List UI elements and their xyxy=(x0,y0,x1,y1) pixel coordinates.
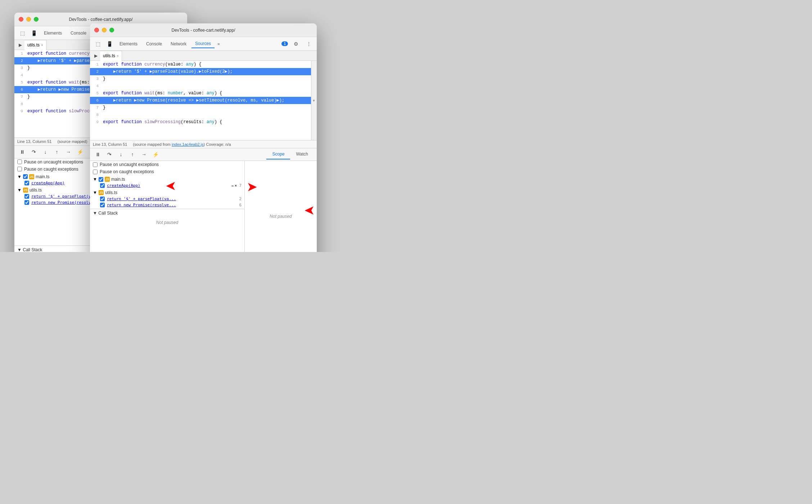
red-arrow-front-2: ➤ xyxy=(247,179,257,194)
callstack-front: ▼ Call Stack Not paused xyxy=(90,209,244,228)
code-area-front: 1 export function currency(value: any) {… xyxy=(90,61,311,140)
tab-elements-front[interactable]: Elements xyxy=(116,40,141,48)
close-button-front[interactable] xyxy=(94,28,99,32)
callstack-header-front[interactable]: ▼ Call Stack xyxy=(90,209,244,217)
front-code-line-5: 5 export function wait(ms: number, value… xyxy=(90,90,311,97)
tab-right-icons-front: 1 ⚙ ⋮ xyxy=(281,39,314,49)
utils-ts-bp2-line-front: 6 xyxy=(239,203,242,207)
scope-tabs-front: Scope Watch xyxy=(266,149,314,159)
pause-btn-back[interactable]: ⏸ xyxy=(17,147,27,157)
uncaught-label-front: Pause on uncaught exceptions xyxy=(100,162,159,167)
caught-checkbox-front[interactable] xyxy=(93,170,98,174)
main-ts-bp1-checkbox-back[interactable] xyxy=(24,181,29,185)
scroll-indicator[interactable]: ▼ xyxy=(311,61,317,140)
step-into-btn-back[interactable]: ↓ xyxy=(40,147,50,157)
utils-ts-icon-back: JS xyxy=(23,188,28,193)
bp-item-actions-front: ✏ × xyxy=(231,183,237,188)
caught-label-back: Pause on caught exceptions xyxy=(24,167,78,172)
nav-back-btn-front[interactable]: ▶ xyxy=(91,51,100,60)
code-panel-split: 1 export function currency(value: any) {… xyxy=(90,61,317,140)
caught-label-front: Pause on caught exceptions xyxy=(100,169,154,174)
more-options-icon[interactable]: ⋮ xyxy=(304,39,314,49)
step-out-btn-back[interactable]: ↑ xyxy=(52,147,62,157)
settings-icon[interactable]: ⚙ xyxy=(291,39,301,49)
source-file-link[interactable]: index.1ac4eab2.js xyxy=(172,142,204,147)
file-tab-close-back[interactable]: × xyxy=(41,43,43,47)
minimize-button-back[interactable] xyxy=(26,17,31,22)
cursor-position-front: Line 13, Column 51 xyxy=(93,142,127,147)
continue-btn-back[interactable]: → xyxy=(63,147,73,157)
scope-tab-scope[interactable]: Scope xyxy=(266,149,290,159)
front-code-line-4: 4 xyxy=(90,82,311,90)
file-tab-front[interactable]: utils.ts × xyxy=(100,51,122,61)
tab-elements-back[interactable]: Elements xyxy=(40,29,66,37)
window-title-front: DevTools - coffee-cart.netlify.app/ xyxy=(172,28,235,33)
source-tabbar-front: ▶ utils.ts × xyxy=(90,51,317,61)
uncaught-checkbox-front[interactable] xyxy=(93,162,98,167)
main-ts-bp1-checkbox-front[interactable] xyxy=(100,183,105,188)
debug-toolbar-front: ⏸ ↷ ↓ ↑ → ⚡ Scope Watch xyxy=(90,148,317,161)
file-tab-close-front[interactable]: × xyxy=(117,54,119,58)
step-over-btn-front[interactable]: ↷ xyxy=(104,149,114,159)
edit-bp-icon[interactable]: ✏ xyxy=(231,183,234,188)
minimize-button-front[interactable] xyxy=(102,28,107,32)
red-arrow-front-1: ➤ xyxy=(304,203,315,218)
cursor-icon[interactable]: ⬚ xyxy=(17,28,27,38)
close-button-back[interactable] xyxy=(19,17,23,22)
utils-ts-bp-2-front: return new Promise(resolve... 6 xyxy=(90,202,244,208)
device-icon[interactable]: 📱 xyxy=(29,28,39,38)
continue-btn-front[interactable]: → xyxy=(139,149,149,159)
main-ts-checkbox-back[interactable] xyxy=(23,174,28,179)
utils-ts-bp2-text-front[interactable]: return new Promise(resolve... xyxy=(107,203,237,207)
source-map-back: (source mapped) xyxy=(57,139,87,144)
pause-btn-front[interactable]: ⏸ xyxy=(93,149,103,159)
front-code-line-1: 1 export function currency(value: any) { xyxy=(90,61,311,68)
file-tab-name-front: utils.ts xyxy=(103,53,115,58)
caught-checkbox-back[interactable] xyxy=(17,167,22,171)
main-ts-checkbox-front[interactable] xyxy=(99,177,103,182)
tab-console-front[interactable]: Console xyxy=(143,40,166,48)
scope-tab-watch[interactable]: Watch xyxy=(290,149,314,159)
nav-back-btn[interactable]: ▶ xyxy=(16,41,24,49)
tab-console-back[interactable]: Console xyxy=(67,29,90,37)
source-map-front: (source mapped from index.1ac4eab2.js) C… xyxy=(133,142,231,147)
file-tab-back[interactable]: utils.ts × xyxy=(24,40,46,50)
utils-ts-bp1-checkbox-front[interactable] xyxy=(100,197,105,201)
maximize-button-back[interactable] xyxy=(34,17,39,22)
cursor-icon-front[interactable]: ⬚ xyxy=(93,39,103,49)
tab-network-front[interactable]: Network xyxy=(167,40,190,48)
step-out-btn-front[interactable]: ↑ xyxy=(127,149,137,159)
main-ts-name-back: main.ts xyxy=(36,174,50,179)
scroll-arrow[interactable]: ▼ xyxy=(312,61,316,140)
caught-row-front: Pause on caught exceptions xyxy=(90,168,244,175)
tab-more-front[interactable]: » xyxy=(216,40,221,48)
tab-sources-front[interactable]: Sources xyxy=(191,40,215,48)
utils-ts-bp1-text-front[interactable]: return '$' + parseFloat(va... xyxy=(107,197,237,201)
maximize-button-front[interactable] xyxy=(109,28,114,32)
window-title-back: DevTools - coffee-cart.netlify.app/ xyxy=(69,17,133,22)
utils-ts-bp1-checkbox-back[interactable] xyxy=(24,194,29,199)
main-ts-icon-back: JS xyxy=(29,174,34,179)
red-arrow-back: ➤ xyxy=(166,178,176,193)
utils-ts-bp2-checkbox-front[interactable] xyxy=(100,203,105,207)
main-ts-bp1-line-front: 7 xyxy=(239,183,242,188)
not-paused-front: Not paused xyxy=(90,217,244,228)
tabbar-front: ⬚ 📱 Elements Console Network Sources » 1… xyxy=(90,37,317,51)
status-bar-front: Line 13, Column 51 (source mapped from i… xyxy=(90,140,317,148)
delete-bp-icon[interactable]: × xyxy=(235,183,237,188)
deactivate-btn-back[interactable]: ⚡ xyxy=(75,147,85,157)
utils-ts-name-front: utils.ts xyxy=(105,190,117,195)
front-code-line-7: 7 } xyxy=(90,104,311,111)
deactivate-btn-front[interactable]: ⚡ xyxy=(150,149,161,159)
device-icon-front[interactable]: 📱 xyxy=(104,39,114,49)
main-ts-icon-front: JS xyxy=(105,177,110,182)
utils-ts-icon-front: JS xyxy=(99,190,104,195)
front-code-line-2: 2 ▶return '$' + ▶parseFloat(value).▶toFi… xyxy=(90,68,311,75)
utils-ts-bp2-checkbox-back[interactable] xyxy=(24,200,29,205)
uncaught-checkbox-back[interactable] xyxy=(17,159,22,164)
bottom-split: Pause on uncaught exceptions Pause on ca… xyxy=(90,161,317,252)
step-over-btn-back[interactable]: ↷ xyxy=(29,147,39,157)
scope-not-paused: Not paused xyxy=(267,211,294,222)
utils-ts-bp-1-front: return '$' + parseFloat(va... 2 xyxy=(90,196,244,202)
step-into-btn-front[interactable]: ↓ xyxy=(116,149,126,159)
